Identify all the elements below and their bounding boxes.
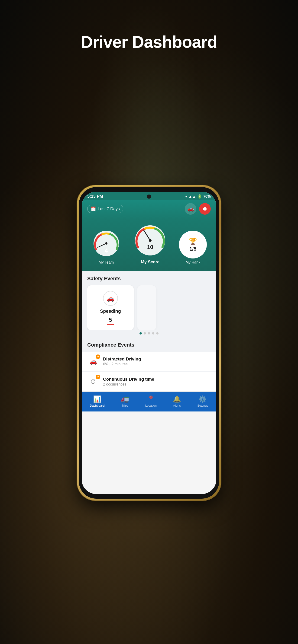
main-content: Safety Events 🚗 Speeding 5 xyxy=(82,271,216,392)
speeding-name: Speeding xyxy=(100,308,121,314)
trophy-icon: 🏆 xyxy=(189,238,197,245)
distracted-driving-text: Distracted Driving 0% | 2 minutes xyxy=(103,356,211,366)
trips-nav-icon: 🚛 xyxy=(121,395,129,403)
status-icons: ▾ ▲▲ 🔋 70% xyxy=(185,194,211,199)
phone-frame: 5:13 PM ▾ ▲▲ 🔋 70% 📅 Last 7 Days xyxy=(77,185,221,500)
svg-point-3 xyxy=(105,242,107,244)
dot-5 xyxy=(156,332,159,334)
app-header: 📅 Last 7 Days 🚗 ⏺ xyxy=(82,200,216,219)
record-icon: ⏺ xyxy=(202,206,207,212)
header-row: 📅 Last 7 Days 🚗 ⏺ xyxy=(87,203,211,215)
my-score-gauge: 10 xyxy=(133,223,168,258)
location-nav-icon: 📍 xyxy=(147,395,155,403)
nav-location[interactable]: 📍 Location xyxy=(145,395,157,407)
continuous-driving-text: Continuous Driving time 2 occurrences xyxy=(103,377,211,386)
my-team-value: 4 xyxy=(104,247,108,254)
rank-label: My Rank xyxy=(186,260,200,264)
clock-icon: ⏱ xyxy=(90,378,96,385)
dashboard-nav-label: Dashboard xyxy=(90,404,105,407)
my-score-label: My Score xyxy=(141,260,159,264)
battery-level: 70% xyxy=(203,194,211,199)
record-button[interactable]: ⏺ xyxy=(199,203,211,215)
speeding-count: 5 xyxy=(107,317,114,325)
phone-body: 5:13 PM ▾ ▲▲ 🔋 70% 📅 Last 7 Days xyxy=(79,187,219,499)
distracted-driving-detail: 0% | 2 minutes xyxy=(103,362,211,366)
my-team-gauge: 4 xyxy=(91,228,121,258)
settings-nav-label: Settings xyxy=(197,404,208,407)
safety-events-title: Safety Events xyxy=(87,276,211,282)
svg-point-7 xyxy=(149,239,152,242)
speeding-icon: 🚗 xyxy=(103,291,118,306)
alerts-nav-icon: 🔔 xyxy=(173,395,181,403)
header-actions: 🚗 ⏺ xyxy=(185,203,211,215)
dot-1 xyxy=(139,332,142,334)
speeding-card[interactable]: 🚗 Speeding 5 xyxy=(87,285,134,330)
nav-alerts[interactable]: 🔔 Alerts xyxy=(173,395,181,407)
my-score-card[interactable]: 10 My Score xyxy=(133,223,168,264)
phone-device: 5:13 PM ▾ ▲▲ 🔋 70% 📅 Last 7 Days xyxy=(77,185,221,500)
dot-4 xyxy=(152,332,154,334)
distracted-driving-item[interactable]: 🚗 ⚠ Distracted Driving 0% | 2 minutes xyxy=(82,352,216,372)
score-cards: 4 My Team xyxy=(82,219,216,271)
car-icon: 🚗 xyxy=(187,206,194,212)
continuous-driving-item[interactable]: ⏱ ⚠ Continuous Driving time 2 occurrence… xyxy=(82,372,216,392)
camera xyxy=(147,194,151,199)
nav-dashboard[interactable]: 📊 Dashboard xyxy=(90,395,105,407)
settings-nav-icon: ⚙️ xyxy=(199,395,207,403)
date-filter-label: Last 7 Days xyxy=(98,206,120,212)
car-warning-icon: 🚗 xyxy=(90,358,97,365)
date-filter[interactable]: 📅 Last 7 Days xyxy=(87,205,123,213)
wifi-icon: ▾ xyxy=(185,194,187,199)
compliance-events-section: Compliance Events xyxy=(82,337,216,348)
alerts-nav-label: Alerts xyxy=(173,404,181,407)
trips-nav-label: Trips xyxy=(122,404,128,407)
my-rank-card[interactable]: 🏆 1/5 My Rank xyxy=(179,231,207,264)
car-button[interactable]: 🚗 xyxy=(185,203,196,215)
my-team-card[interactable]: 4 My Team xyxy=(91,228,121,264)
phone-screen: 5:13 PM ▾ ▲▲ 🔋 70% 📅 Last 7 Days xyxy=(82,192,216,494)
nav-trips[interactable]: 🚛 Trips xyxy=(121,395,129,407)
warning-badge: ⚠ xyxy=(96,354,100,359)
bottom-nav: 📊 Dashboard 🚛 Trips 📍 Location 🔔 Alerts xyxy=(82,392,216,412)
carousel-dots xyxy=(87,332,211,334)
distracted-driving-icon: 🚗 ⚠ xyxy=(87,356,99,368)
safety-events-list[interactable]: 🚗 Speeding 5 xyxy=(87,285,211,330)
continuous-driving-detail: 2 occurrences xyxy=(103,382,211,386)
svg-text:10: 10 xyxy=(147,244,153,250)
distracted-driving-name: Distracted Driving xyxy=(103,356,211,362)
compliance-list: 🚗 ⚠ Distracted Driving 0% | 2 minutes ⏱ xyxy=(82,352,216,392)
next-event-card[interactable] xyxy=(137,285,156,330)
dot-3 xyxy=(148,332,150,334)
warning-badge-2: ⚠ xyxy=(96,374,100,379)
location-nav-label: Location xyxy=(145,404,157,407)
safety-events-section: Safety Events 🚗 Speeding 5 xyxy=(82,271,216,337)
nav-settings[interactable]: ⚙️ Settings xyxy=(197,395,208,407)
continuous-driving-name: Continuous Driving time xyxy=(103,377,211,382)
dashboard-nav-icon: 📊 xyxy=(93,395,101,403)
dot-2 xyxy=(144,332,146,334)
my-team-label: My Team xyxy=(99,260,114,264)
calendar-icon: 📅 xyxy=(91,206,96,212)
status-time: 5:13 PM xyxy=(87,194,103,199)
signal-icon: ▲▲ xyxy=(188,194,196,199)
rank-circle: 🏆 1/5 xyxy=(179,231,207,258)
battery-icon: 🔋 xyxy=(197,194,202,199)
page-title: Driver Dashboard xyxy=(0,32,298,52)
rank-value: 1/5 xyxy=(189,246,197,252)
compliance-events-title: Compliance Events xyxy=(87,342,211,348)
continuous-driving-icon: ⏱ ⚠ xyxy=(87,376,99,388)
